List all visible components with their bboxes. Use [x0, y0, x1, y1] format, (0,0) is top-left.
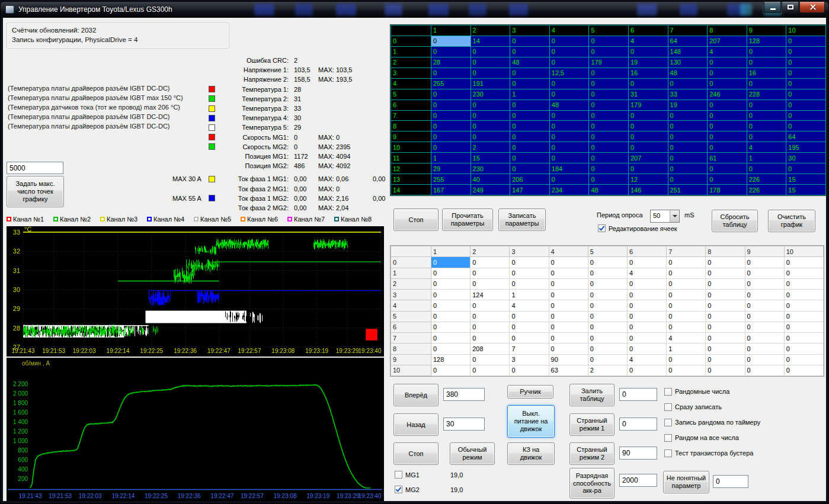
- column-header[interactable]: 4: [549, 25, 589, 36]
- grid-cell[interactable]: 0: [628, 110, 668, 121]
- grid-cell[interactable]: 0: [589, 78, 629, 89]
- row-header[interactable]: 2: [391, 57, 431, 68]
- grid-cell[interactable]: 0: [745, 365, 784, 375]
- grid-cell[interactable]: 0: [510, 268, 549, 278]
- row-header[interactable]: 3: [391, 68, 431, 78]
- grid-cell[interactable]: 0: [786, 163, 826, 174]
- grid-cell[interactable]: 0: [549, 121, 589, 131]
- grid-cell[interactable]: 251: [668, 185, 708, 195]
- grid-cell[interactable]: 0: [549, 57, 589, 68]
- grid-cell[interactable]: 0: [784, 333, 823, 344]
- grid-cell[interactable]: 0: [668, 110, 708, 121]
- grid-cell[interactable]: 0: [706, 278, 745, 289]
- row-header[interactable]: 7: [391, 333, 431, 344]
- grid-cell[interactable]: 0: [589, 121, 629, 131]
- grid-cell[interactable]: 15: [470, 153, 510, 163]
- grid-cell[interactable]: 0: [470, 121, 510, 131]
- column-header[interactable]: 1: [431, 246, 470, 257]
- clear-chart-button[interactable]: Очистить график: [768, 210, 815, 232]
- column-header[interactable]: 9: [747, 25, 786, 36]
- grid-cell[interactable]: 0: [627, 333, 666, 344]
- grid-cell[interactable]: 0: [628, 46, 668, 57]
- strange-mode-1-button[interactable]: Странный режим 1: [569, 413, 614, 436]
- grid-cell[interactable]: 0: [786, 46, 826, 57]
- grid-cell[interactable]: 0: [510, 257, 549, 268]
- grid-cell[interactable]: 0: [706, 322, 745, 332]
- grid-cell[interactable]: 148: [668, 46, 708, 57]
- grid-cell[interactable]: 0: [706, 268, 745, 278]
- grid-cell[interactable]: 0: [588, 344, 627, 354]
- mg2-checkbox[interactable]: MG2: [395, 486, 420, 493]
- grid-cell[interactable]: 0: [784, 290, 823, 300]
- column-header[interactable]: 6: [628, 25, 668, 36]
- handbrake-button[interactable]: Ручник: [507, 385, 553, 399]
- grid-cell[interactable]: 0: [745, 257, 784, 268]
- grid-cell[interactable]: 0: [549, 322, 588, 332]
- grid-cell[interactable]: 0: [431, 257, 470, 268]
- grid-cell[interactable]: 0: [589, 89, 629, 99]
- grid-cell[interactable]: 0: [470, 257, 510, 268]
- grid-cell[interactable]: 0: [786, 121, 826, 131]
- column-header[interactable]: 8: [706, 246, 745, 257]
- grid-cell[interactable]: 0: [627, 344, 666, 354]
- grid-cell[interactable]: 0: [667, 290, 706, 300]
- grid-cell[interactable]: 0: [745, 278, 784, 289]
- grid-cell[interactable]: 255: [431, 78, 471, 89]
- write-params-button[interactable]: Записать параметры: [498, 208, 546, 231]
- grid-cell[interactable]: 0: [588, 257, 627, 268]
- grid-cell[interactable]: 0: [708, 163, 747, 174]
- grid-cell[interactable]: 0: [668, 153, 708, 163]
- set-max-points-button[interactable]: Задать макс. число точек графику: [7, 176, 64, 207]
- grid-cell[interactable]: 12,5: [549, 68, 589, 78]
- grid-cell[interactable]: 0: [706, 311, 745, 322]
- grid-cell[interactable]: 0: [786, 99, 826, 110]
- grid-cell[interactable]: 0: [708, 99, 747, 110]
- grid-cell[interactable]: 0: [667, 268, 706, 278]
- grid-cell[interactable]: 4: [628, 36, 668, 46]
- row-header[interactable]: 10: [391, 365, 431, 375]
- grid-cell[interactable]: 0: [549, 110, 589, 121]
- grid-cell[interactable]: 0: [589, 142, 629, 153]
- grid-cell[interactable]: 12: [628, 174, 668, 185]
- grid-cell[interactable]: 0: [667, 365, 706, 375]
- grid-cell[interactable]: 179: [589, 57, 629, 68]
- power-off-button[interactable]: Выкл. питание на движок: [507, 405, 555, 438]
- row-header[interactable]: 9: [391, 354, 431, 365]
- grid-cell[interactable]: 0: [510, 278, 549, 289]
- grid-cell[interactable]: 0: [510, 121, 550, 131]
- grid-cell[interactable]: 0: [745, 268, 784, 278]
- grid-cell[interactable]: 0: [747, 99, 786, 110]
- row-header[interactable]: 0: [391, 257, 431, 268]
- column-header[interactable]: 4: [549, 246, 588, 257]
- grid-cell[interactable]: 0: [470, 354, 510, 365]
- grid-cell[interactable]: 0: [628, 142, 668, 153]
- grid-cell[interactable]: 146: [628, 185, 668, 195]
- grid-cell[interactable]: 191: [470, 78, 510, 89]
- grid-cell[interactable]: 0: [628, 121, 668, 131]
- grid-cell[interactable]: 0: [784, 365, 823, 375]
- grid-cell[interactable]: 178: [708, 185, 747, 195]
- grid-cell[interactable]: 90: [549, 354, 588, 365]
- grid-cell[interactable]: 0: [470, 365, 510, 375]
- grid-cell[interactable]: 0: [708, 174, 747, 185]
- grid-cell[interactable]: 30: [786, 153, 826, 163]
- grid-cell[interactable]: 0: [588, 333, 627, 344]
- grid-cell[interactable]: 0: [510, 142, 550, 153]
- chevron-down-icon[interactable]: [670, 210, 679, 222]
- grid-cell[interactable]: 0: [627, 257, 666, 268]
- grid-cell[interactable]: 0: [431, 300, 470, 311]
- grid-cell[interactable]: 29: [431, 163, 471, 174]
- grid-cell[interactable]: 0: [549, 78, 589, 89]
- grid-cell[interactable]: 0: [627, 311, 666, 322]
- grid-cell[interactable]: 0: [784, 311, 823, 322]
- grid-cell[interactable]: 0: [431, 344, 470, 354]
- grid-cell[interactable]: 124: [470, 290, 510, 300]
- grid-cell[interactable]: 234: [549, 185, 589, 195]
- grid-cell[interactable]: 0: [470, 68, 510, 78]
- grid-cell[interactable]: 0: [588, 278, 627, 289]
- grid-cell[interactable]: 0: [745, 333, 784, 344]
- grid-cell[interactable]: 0: [589, 68, 629, 78]
- grid-cell[interactable]: 0: [431, 322, 470, 332]
- grid-cell[interactable]: 0: [589, 110, 629, 121]
- grid-cell[interactable]: 0: [588, 300, 627, 311]
